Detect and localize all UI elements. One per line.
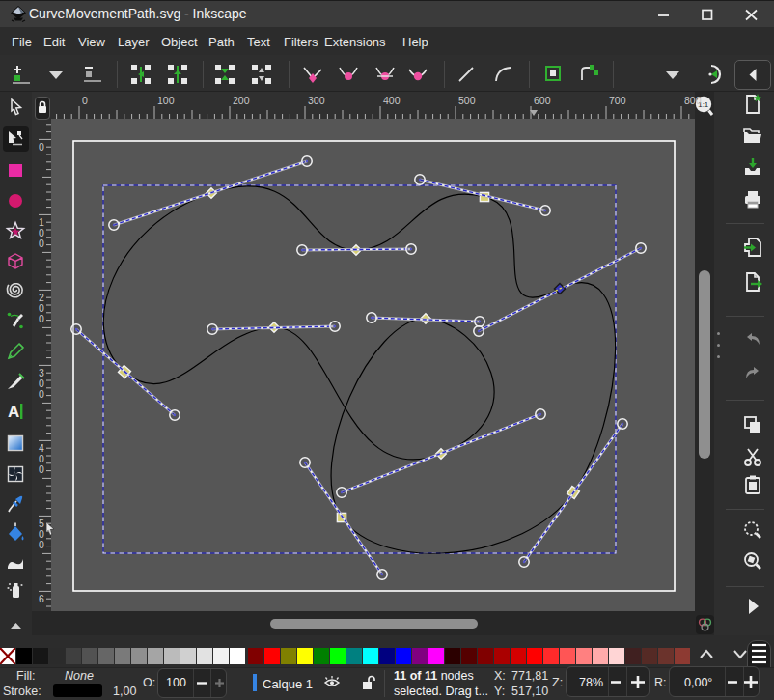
svg-text:0: 0 [39,539,44,550]
svg-text:300: 300 [308,95,325,106]
svg-text:400: 400 [383,95,401,106]
svg-text:600: 600 [534,95,551,106]
svg-text:0: 0 [82,95,88,106]
svg-text:0: 0 [39,313,44,324]
svg-text:0: 0 [39,463,44,475]
svg-text:0: 0 [39,238,44,249]
svg-text:700: 700 [609,95,626,106]
svg-text:6: 6 [39,593,44,604]
svg-text:0: 0 [39,388,44,400]
svg-text:200: 200 [233,95,250,106]
svg-text:100: 100 [157,95,175,106]
svg-text:800: 800 [684,95,702,106]
svg-text:0: 0 [39,141,44,153]
svg-text:500: 500 [458,95,476,106]
